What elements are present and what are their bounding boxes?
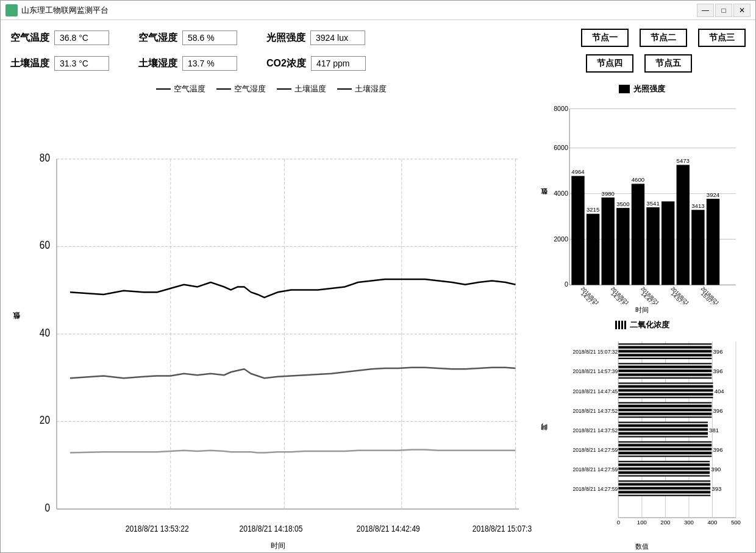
co2-chart-svg: 0 100 200 300 400 500 (550, 332, 746, 540)
air-humidity-label: 空气湿度 (138, 32, 177, 45)
minimize-button[interactable]: — (697, 4, 714, 17)
bar-3215 (587, 214, 599, 285)
co2-chart-title-row: 二氧化浓度 (538, 319, 746, 330)
legend-line-air-temp (156, 88, 171, 90)
co2-value: 417 ppm (311, 56, 366, 71)
line-chart-svg: 0 20 40 60 80 2018/8/21 13:53:22 2018/8/… (23, 98, 532, 540)
co2-chart-y-label: 时间 (538, 332, 550, 540)
line-chart-inner: 0 20 40 60 80 2018/8/21 13:53:22 2018/8/… (23, 98, 532, 551)
svg-text:80: 80 (40, 152, 50, 163)
svg-text:2018/8/21 14:37:52: 2018/8/21 14:37:52 (573, 427, 618, 433)
svg-text:2018/8/21 15:07:32: 2018/8/21 15:07:32 (472, 524, 532, 534)
legend-air-temp: 空气温度 (156, 84, 205, 95)
line-chart-x-label: 时间 (23, 541, 532, 551)
svg-text:3500: 3500 (616, 201, 629, 207)
co2-chart-legend-box (615, 321, 626, 329)
legend-label-air-temp: 空气温度 (174, 84, 205, 95)
svg-text:200: 200 (660, 519, 670, 526)
svg-text:2018/8/21 13:53:22: 2018/8/21 13:53:22 (126, 524, 189, 534)
svg-text:400: 400 (707, 519, 717, 526)
node4-button[interactable]: 节点四 (586, 54, 633, 73)
svg-text:2018/8/21 14:18:05: 2018/8/21 14:18:05 (239, 524, 302, 534)
svg-text:8000: 8000 (554, 105, 568, 112)
legend-air-humidity: 空气湿度 (216, 84, 266, 95)
svg-text:4964: 4964 (571, 168, 585, 175)
main-window: 山东理工物联网监测平台 — □ ✕ 空气温度 36.8 °C 空气湿度 58.6… (0, 0, 756, 553)
svg-text:2018/8/21 14:27:59: 2018/8/21 14:27:59 (573, 447, 618, 453)
maximize-button[interactable]: □ (715, 4, 732, 17)
svg-text:2018/8/21 14:42:49: 2018/8/21 14:42:49 (357, 524, 420, 534)
light-chart-legend-box (619, 85, 630, 93)
line-chart-wrapper: 数值 (10, 98, 532, 551)
air-humidity-group: 空气湿度 58.6 % (138, 30, 237, 45)
close-button[interactable]: ✕ (733, 4, 751, 17)
co2-bar-5 (618, 422, 708, 438)
svg-text:40: 40 (40, 327, 50, 338)
svg-text:3924: 3924 (707, 191, 720, 198)
legend-line-air-humidity (216, 88, 231, 90)
title-bar: 山东理工物联网监测平台 — □ ✕ (1, 1, 755, 20)
co2-bar-7 (618, 461, 710, 477)
charts-area: 空气温度 空气湿度 土壤温度 土壤湿度 (10, 84, 746, 551)
svg-text:2000: 2000 (554, 235, 568, 243)
bar-3541 (646, 207, 659, 285)
node1-button[interactable]: 节点一 (581, 29, 629, 47)
svg-text:381: 381 (709, 427, 719, 433)
light-group: 光照强度 3924 lux (266, 30, 365, 45)
window-title: 山东理工物联网监测平台 (21, 5, 109, 16)
soil-humidity-label: 土壤湿度 (138, 57, 177, 70)
svg-text:4000: 4000 (554, 190, 568, 197)
light-label: 光照强度 (266, 32, 305, 45)
legend-soil-temp: 土壤温度 (277, 84, 326, 95)
soil-temp-label: 土壤温度 (10, 57, 49, 70)
bar-3500 (616, 208, 629, 285)
legend-line-soil-humidity (337, 88, 352, 90)
svg-text:3980: 3980 (602, 190, 615, 197)
co2-group: CO2浓度 417 ppm (266, 56, 366, 71)
main-content: 空气温度 36.8 °C 空气湿度 58.6 % 光照强度 3924 lux 节… (1, 20, 755, 553)
co2-bar-8 (618, 480, 710, 496)
legend-label-air-humidity: 空气湿度 (234, 84, 266, 95)
air-temp-value: 36.8 °C (54, 30, 109, 45)
light-chart-wrapper: 数值 0 200 (538, 96, 746, 304)
svg-text:3541: 3541 (646, 200, 659, 207)
co2-chart-x-label: 数值 (538, 542, 746, 551)
light-chart-x-label: 时间 (538, 305, 746, 315)
co2-chart-wrapper: 时间 (538, 332, 746, 540)
right-charts: 光照强度 数值 (538, 84, 746, 551)
light-value: 3924 lux (310, 30, 365, 45)
bar-3800 (661, 201, 674, 285)
node5-button[interactable]: 节点五 (644, 54, 692, 73)
bar-5473 (677, 165, 690, 285)
svg-text:393: 393 (711, 485, 721, 492)
bar-3924 (707, 199, 719, 285)
line-chart-y-label: 数值 (10, 98, 23, 551)
svg-text:100: 100 (637, 519, 647, 526)
svg-text:396: 396 (713, 349, 723, 355)
bar-3413 (691, 210, 704, 285)
air-temp-group: 空气温度 36.8 °C (10, 30, 109, 45)
node3-button[interactable]: 节点三 (698, 29, 746, 47)
light-chart-title: 光照强度 (633, 84, 665, 95)
legend-line-soil-temp (277, 88, 291, 90)
soil-humidity-group: 土壤湿度 13.7 % (138, 56, 237, 71)
svg-text:300: 300 (684, 519, 694, 526)
legend-label-soil-temp: 土壤温度 (294, 84, 326, 95)
svg-text:2018/8/21 14:47:45: 2018/8/21 14:47:45 (573, 388, 618, 394)
sensor-row-1: 空气温度 36.8 °C 空气湿度 58.6 % 光照强度 3924 lux 节… (10, 29, 746, 47)
bar-4600 (632, 184, 644, 285)
light-chart-y-label: 数值 (538, 96, 550, 304)
svg-text:2018/8/21 14:27:59: 2018/8/21 14:27:59 (573, 486, 618, 492)
svg-text:396: 396 (713, 368, 723, 375)
co2-bar-3 (618, 383, 713, 399)
co2-label: CO2浓度 (266, 57, 306, 70)
air-temp-label: 空气温度 (10, 32, 49, 45)
legend-label-soil-humidity: 土壤湿度 (355, 84, 387, 95)
node2-button[interactable]: 节点二 (640, 29, 687, 47)
co2-bar-6 (618, 441, 711, 457)
svg-text:0: 0 (617, 519, 620, 526)
title-bar-controls: — □ ✕ (697, 4, 751, 17)
svg-text:396: 396 (713, 407, 723, 414)
svg-text:2018/8/21 14:27:59: 2018/8/21 14:27:59 (573, 466, 618, 473)
svg-text:3413: 3413 (691, 202, 704, 209)
